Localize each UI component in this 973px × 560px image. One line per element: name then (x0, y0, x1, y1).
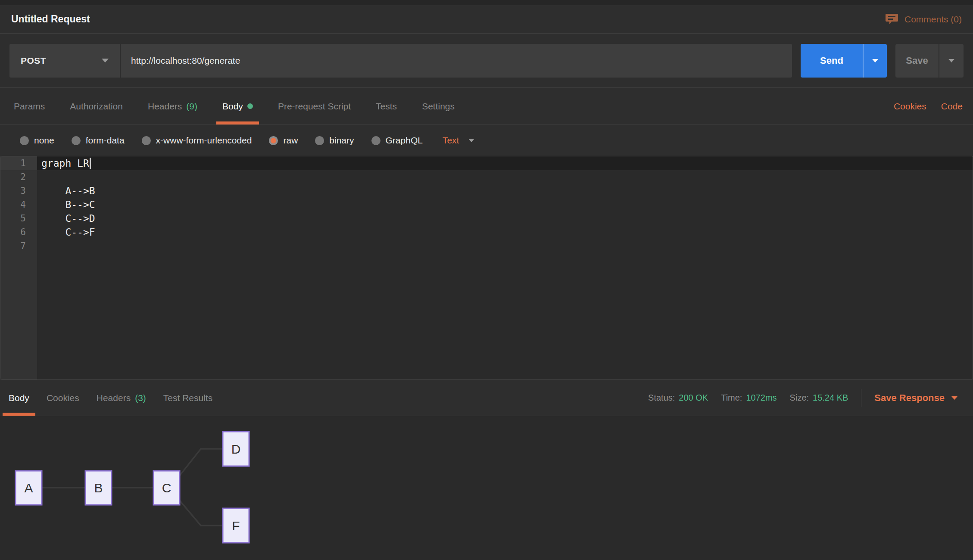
time-label: Time: (721, 393, 742, 403)
request-tabs: Params Authorization Headers (9) Body Pr… (8, 88, 461, 124)
radio-icon (315, 136, 324, 145)
time-value: 1072ms (746, 393, 777, 403)
divider (861, 389, 861, 407)
save-response-label: Save Response (874, 392, 945, 404)
graph-node-label: A (24, 481, 33, 495)
tab-label: Headers (97, 393, 131, 403)
line-content: graph LR (37, 156, 973, 170)
line-number: 2 (0, 170, 37, 184)
tab-label: Pre-request Script (278, 101, 351, 112)
response-body: ABCDF (0, 416, 973, 560)
request-tab[interactable]: Body (216, 88, 259, 124)
editor-line[interactable]: 2 (0, 170, 973, 184)
editor-line[interactable]: 7 (0, 239, 973, 253)
send-button[interactable]: Send (801, 44, 863, 78)
comments-label: Comments (0) (904, 14, 962, 25)
line-content (37, 239, 973, 253)
save-options-button[interactable] (939, 44, 964, 78)
body-type-radio[interactable]: binary (315, 135, 354, 146)
tab-label: Body (9, 393, 29, 403)
body-type-radio[interactable]: form-data (72, 135, 125, 146)
graph-edge (180, 449, 223, 476)
line-content: C-->D (37, 212, 973, 225)
response-tabs: Body Cookies Headers (3) Test Results (3, 380, 218, 416)
response-tab[interactable]: Test Results (157, 380, 218, 416)
body-type-radio[interactable]: x-www-form-urlencoded (142, 135, 252, 146)
line-number: 7 (0, 239, 37, 253)
raw-format-select[interactable]: Text (443, 135, 475, 146)
body-active-dot (247, 103, 253, 109)
chevron-down-icon (948, 59, 954, 62)
editor-lines: 1 graph LR 2 3 A-->B 4 B-->C 5 C-->D 6 C… (0, 156, 973, 253)
request-bar: POST Send Save (0, 34, 973, 88)
editor-line[interactable]: 4 B-->C (0, 198, 973, 212)
graph-edge (180, 501, 223, 526)
comments-button[interactable]: Comments (0) (885, 12, 962, 26)
response-tab[interactable]: Cookies (41, 380, 85, 416)
body-type-radio[interactable]: GraphQL (371, 135, 423, 146)
radio-label: raw (283, 135, 298, 146)
mermaid-graph: ABCDF (0, 416, 973, 560)
save-split-button: Save (895, 44, 964, 78)
cookies-link[interactable]: Cookies (894, 101, 926, 112)
tab-count-badge: (3) (135, 393, 146, 403)
format-value: Text (443, 135, 459, 146)
editor-line[interactable]: 6 C-->F (0, 225, 973, 239)
request-tab[interactable]: Settings (416, 88, 461, 124)
request-tab[interactable]: Authorization (64, 88, 129, 124)
size-value: 15.24 KB (813, 393, 848, 403)
tab-label: Tests (376, 101, 397, 112)
line-number: 4 (0, 198, 37, 212)
body-type-radios: none form-data x-www-form-urlencoded raw… (20, 135, 423, 146)
request-title: Untitled Request (11, 13, 90, 25)
code-editor[interactable]: 1 graph LR 2 3 A-->B 4 B-->C 5 C-->D 6 C… (0, 156, 973, 380)
radio-label: form-data (86, 135, 125, 146)
line-number: 6 (0, 225, 37, 239)
send-split-button: Send (801, 44, 887, 78)
body-type-radio[interactable]: raw (269, 135, 298, 146)
url-input[interactable] (121, 44, 792, 78)
radio-icon (20, 136, 29, 145)
chevron-down-icon (468, 139, 474, 142)
graph-node-label: C (162, 481, 172, 495)
tab-label: Params (14, 101, 45, 112)
graph-node-label: F (232, 519, 240, 533)
save-response-button[interactable]: Save Response (874, 392, 957, 404)
tab-label: Settings (422, 101, 455, 112)
method-label: POST (21, 56, 46, 66)
code-link[interactable]: Code (941, 101, 963, 112)
send-options-button[interactable] (863, 44, 887, 78)
comment-icon (885, 12, 898, 26)
request-tab[interactable]: Params (8, 88, 51, 124)
size-pair: Size: 15.24 KB (790, 393, 848, 403)
method-select[interactable]: POST (9, 44, 121, 78)
line-content: C-->F (37, 225, 973, 239)
tab-label: Body (222, 101, 243, 112)
radio-label: GraphQL (386, 135, 423, 146)
response-tab[interactable]: Headers (3) (90, 380, 152, 416)
line-text: A-->B (41, 185, 95, 196)
window-top-strip (0, 0, 973, 5)
request-tab[interactable]: Headers (9) (142, 88, 203, 124)
radio-icon (72, 136, 81, 145)
request-tabs-row: Params Authorization Headers (9) Body Pr… (0, 88, 973, 125)
line-text: B-->C (41, 199, 95, 210)
body-type-radio[interactable]: none (20, 135, 54, 146)
status-pair: Status: 200 OK (648, 393, 708, 403)
request-tab[interactable]: Pre-request Script (272, 88, 357, 124)
tab-label: Authorization (70, 101, 123, 112)
save-button[interactable]: Save (895, 44, 939, 78)
chevron-down-icon (951, 396, 957, 400)
line-text: C-->D (41, 213, 95, 224)
radio-icon (142, 136, 151, 145)
editor-line[interactable]: 5 C-->D (0, 212, 973, 225)
response-tab[interactable]: Body (3, 380, 35, 416)
size-label: Size: (790, 393, 809, 403)
editor-line[interactable]: 3 A-->B (0, 184, 973, 198)
response-tabs-row: Body Cookies Headers (3) Test Results St… (0, 380, 973, 416)
editor-line[interactable]: 1 graph LR (0, 156, 973, 170)
line-number: 1 (0, 156, 37, 170)
request-links: Cookies Code (894, 88, 963, 124)
request-tab[interactable]: Tests (370, 88, 403, 124)
tab-label: Test Results (163, 393, 212, 403)
